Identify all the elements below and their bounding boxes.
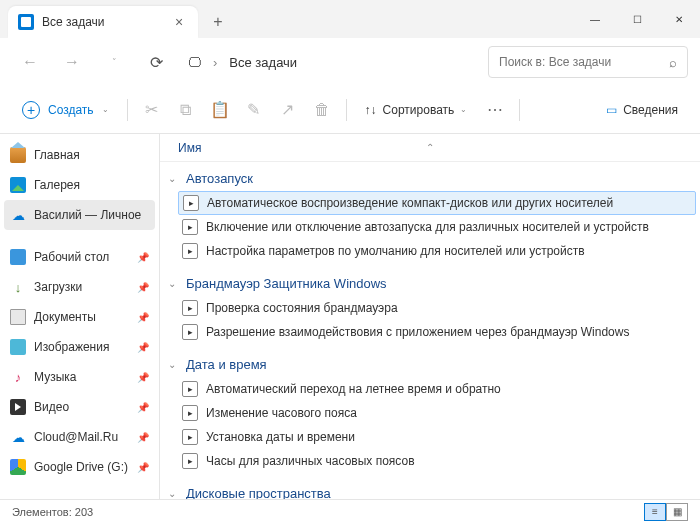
sidebar-gallery[interactable]: Галерея (0, 170, 159, 200)
item-label: Настройка параметров по умолчанию для но… (206, 244, 585, 258)
list-item[interactable]: ▸Установка даты и времени (160, 425, 700, 449)
copy-icon[interactable]: ⧉ (170, 94, 202, 126)
list-item[interactable]: ▸Разрешение взаимодействовия с приложени… (160, 320, 700, 344)
chevron-down-icon: ⌄ (168, 359, 180, 370)
separator (346, 99, 347, 121)
create-button[interactable]: + Создать ⌄ (12, 94, 119, 126)
item-icon: ▸ (182, 243, 198, 259)
chevron-down-icon: ⌄ (102, 105, 109, 114)
plus-icon: + (22, 101, 40, 119)
sort-label: Сортировать (383, 103, 455, 117)
chevron-down-icon: ⌄ (168, 278, 180, 289)
item-icon: ▸ (183, 195, 199, 211)
item-label: Включение или отключение автозапуска для… (206, 220, 649, 234)
group: ⌄Дисковые пространства (160, 477, 700, 499)
sidebar-desktop[interactable]: Рабочий стол📌 (0, 242, 159, 272)
content-area: Главная Галерея ☁Василий — Личное Рабочи… (0, 134, 700, 499)
item-label: Часы для различных часовых поясов (206, 454, 415, 468)
separator (519, 99, 520, 121)
maximize-button[interactable]: ☐ (616, 3, 658, 35)
sidebar-videos[interactable]: Видео📌 (0, 392, 159, 422)
titlebar: Все задачи × + — ☐ ✕ (0, 0, 700, 38)
item-label: Установка даты и времени (206, 430, 355, 444)
sidebar-home[interactable]: Главная (0, 140, 159, 170)
sidebar-gdrive[interactable]: Google Drive (G:)📌 (0, 452, 159, 482)
status-elements: Элементов: 203 (12, 506, 93, 518)
pin-icon[interactable]: 📌 (137, 312, 149, 323)
list-item[interactable]: ▸Проверка состояния брандмауэра (160, 296, 700, 320)
search-input[interactable] (499, 55, 669, 69)
icons-view-button[interactable]: ▦ (666, 503, 688, 521)
sort-indicator-icon: ⌃ (426, 142, 434, 153)
item-icon: ▸ (182, 219, 198, 235)
group: ⌄Дата и время▸Автоматический переход на … (160, 348, 700, 477)
details-button[interactable]: ▭ Сведения (596, 94, 688, 126)
sidebar-documents[interactable]: Документы📌 (0, 302, 159, 332)
more-icon[interactable]: ⋯ (479, 94, 511, 126)
mail-icon: ☁ (10, 429, 26, 445)
sidebar-personal[interactable]: ☁Василий — Личное (4, 200, 155, 230)
up-button[interactable]: ˅ (96, 44, 132, 80)
item-icon: ▸ (182, 381, 198, 397)
close-button[interactable]: ✕ (658, 3, 700, 35)
document-icon (10, 309, 26, 325)
music-icon: ♪ (10, 369, 26, 385)
list-item[interactable]: ▸Включение или отключение автозапуска дл… (160, 215, 700, 239)
back-button[interactable]: ← (12, 44, 48, 80)
pin-icon[interactable]: 📌 (137, 432, 149, 443)
item-label: Проверка состояния брандмауэра (206, 301, 398, 315)
refresh-button[interactable]: ⟳ (138, 44, 174, 80)
sidebar-pictures[interactable]: Изображения📌 (0, 332, 159, 362)
statusbar: Элементов: 203 ≡ ▦ (0, 499, 700, 523)
delete-icon[interactable]: 🗑 (306, 94, 338, 126)
share-icon[interactable]: ↗ (272, 94, 304, 126)
address-toolbar: ← → ˅ ⟳ 🖵 › Все задачи ⌕ (0, 38, 700, 86)
item-label: Автоматическое воспроизведение компакт-д… (207, 196, 613, 210)
new-tab-button[interactable]: + (202, 6, 234, 38)
group-header[interactable]: ⌄Автозапуск (160, 166, 700, 191)
paste-icon[interactable]: 📋 (204, 94, 236, 126)
sort-button[interactable]: ↑↓ Сортировать ⌄ (355, 94, 478, 126)
list-item[interactable]: ▸Изменение часового пояса (160, 401, 700, 425)
item-icon: ▸ (182, 324, 198, 340)
tab-active[interactable]: Все задачи × (8, 6, 198, 38)
pin-icon[interactable]: 📌 (137, 252, 149, 263)
minimize-button[interactable]: — (574, 3, 616, 35)
search-box[interactable]: ⌕ (488, 46, 688, 78)
group-title: Дата и время (186, 357, 267, 372)
view-toggles: ≡ ▦ (644, 503, 688, 521)
main-panel: Имя ⌃ ⌄Автозапуск▸Автоматическое воспрои… (160, 134, 700, 499)
list-item[interactable]: ▸Настройка параметров по умолчанию для н… (160, 239, 700, 263)
column-header[interactable]: Имя ⌃ (160, 134, 700, 162)
gdrive-icon (10, 459, 26, 475)
pin-icon[interactable]: 📌 (137, 462, 149, 473)
column-name[interactable]: Имя (178, 141, 201, 155)
close-tab-icon[interactable]: × (170, 13, 188, 31)
pin-icon[interactable]: 📌 (137, 372, 149, 383)
create-label: Создать (48, 103, 94, 117)
list-item[interactable]: ▸Автоматическое воспроизведение компакт-… (178, 191, 696, 215)
item-icon: ▸ (182, 300, 198, 316)
forward-button[interactable]: → (54, 44, 90, 80)
pin-icon[interactable]: 📌 (137, 402, 149, 413)
search-icon[interactable]: ⌕ (669, 55, 677, 70)
sidebar-downloads[interactable]: ↓Загрузки📌 (0, 272, 159, 302)
cut-icon[interactable]: ✂ (136, 94, 168, 126)
pin-icon[interactable]: 📌 (137, 282, 149, 293)
pin-icon[interactable]: 📌 (137, 342, 149, 353)
group-header[interactable]: ⌄Дисковые пространства (160, 481, 700, 499)
details-view-button[interactable]: ≡ (644, 503, 666, 521)
group: ⌄Автозапуск▸Автоматическое воспроизведен… (160, 162, 700, 267)
group-header[interactable]: ⌄Дата и время (160, 352, 700, 377)
sidebar-cloud-mail[interactable]: ☁Cloud@Mail.Ru📌 (0, 422, 159, 452)
chevron-right-icon: › (213, 55, 217, 70)
item-icon: ▸ (182, 429, 198, 445)
separator (127, 99, 128, 121)
monitor-icon: 🖵 (188, 55, 201, 70)
sidebar-music[interactable]: ♪Музыка📌 (0, 362, 159, 392)
list-item[interactable]: ▸Часы для различных часовых поясов (160, 449, 700, 473)
rename-icon[interactable]: ✎ (238, 94, 270, 126)
breadcrumb[interactable]: 🖵 › Все задачи (188, 55, 482, 70)
list-item[interactable]: ▸Автоматический переход на летнее время … (160, 377, 700, 401)
group-header[interactable]: ⌄Брандмауэр Защитника Windows (160, 271, 700, 296)
